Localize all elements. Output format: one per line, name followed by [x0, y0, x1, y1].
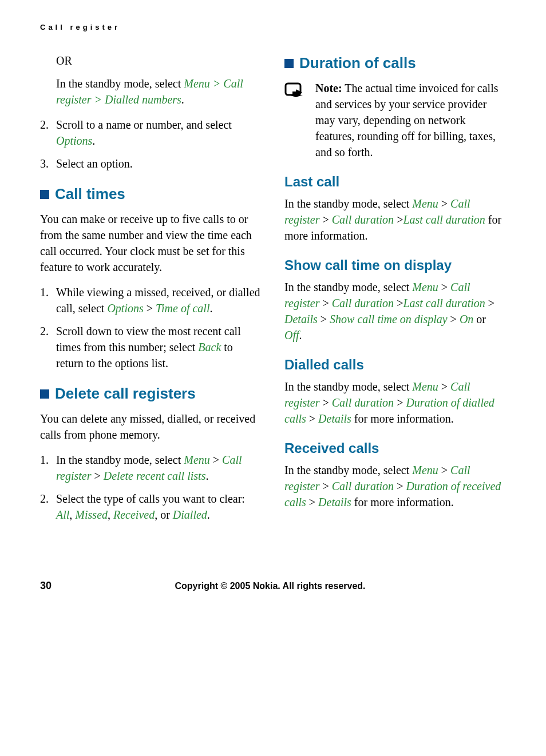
period: . [181, 93, 184, 106]
received-calls-body: In the standby mode, select Menu > Call … [284, 462, 506, 510]
step-number: 3. [40, 156, 56, 172]
right-column: Duration of calls Note: The actual time … [284, 54, 506, 534]
menu-path: Options [56, 134, 92, 147]
step-body: Scroll down to view the most recent call… [56, 323, 262, 371]
heading-text: Delete call registers [55, 385, 196, 403]
step-2: 2. Select the type of calls you want to … [40, 491, 262, 523]
heading-text: Duration of calls [299, 54, 416, 72]
menu-path: Details [284, 313, 318, 325]
menu-path: Details [318, 412, 351, 425]
standby-instruction: In the standby mode, select Menu > Call … [56, 75, 262, 108]
dialled-calls-heading: Dialled calls [284, 357, 506, 373]
show-call-time-body: In the standby mode, select Menu > Call … [284, 279, 506, 343]
note-icon [284, 82, 307, 103]
menu-path: Menu [412, 197, 438, 210]
square-bullet-icon [284, 59, 294, 68]
menu-path: Call duration [332, 213, 394, 226]
call-times-steps: 1. While viewing a missed, received, or … [40, 284, 262, 371]
note-body: The actual time invoiced for calls and s… [315, 82, 498, 158]
text: Select the type of calls you want to cle… [56, 492, 245, 505]
step-number: 2. [40, 323, 56, 371]
menu-path: Delete recent call lists [104, 469, 206, 482]
text: > [394, 396, 406, 409]
dialled-calls-body: In the standby mode, select Menu > Call … [284, 379, 506, 427]
text: In the standby mode, select [284, 197, 412, 210]
period: . [209, 302, 212, 315]
text: > [91, 469, 103, 482]
text: , [108, 508, 113, 521]
text: , [69, 508, 75, 521]
page-content: Call register OR In the standby mode, se… [0, 0, 546, 609]
note-label: Note: [315, 82, 342, 94]
text: for more information. [351, 496, 454, 508]
text: In the standby mode, select [56, 77, 184, 90]
text: , or [155, 508, 173, 521]
period: . [92, 134, 95, 147]
menu-path: Last call duration [403, 213, 485, 226]
menu-path: Menu [412, 380, 438, 393]
menu-path: Call duration [332, 297, 394, 309]
menu-path: Menu [184, 453, 210, 466]
menu-path: Menu [412, 281, 438, 293]
step-body: Select the type of calls you want to cle… [56, 491, 262, 523]
text: > [485, 297, 494, 309]
text: > [210, 453, 222, 466]
menu-path: All [56, 508, 69, 521]
call-times-body: You can make or receive up to five calls… [40, 211, 262, 275]
text: > [394, 297, 403, 309]
step-1: 1. While viewing a missed, received, or … [40, 284, 262, 316]
page-number: 30 [40, 580, 52, 592]
menu-path: Off [284, 329, 299, 341]
last-call-body: In the standby mode, select Menu > Call … [284, 196, 506, 244]
text: > [144, 302, 156, 315]
square-bullet-icon [40, 190, 49, 199]
menu-path: Call duration [332, 396, 394, 409]
text: > [438, 197, 450, 210]
text: > [319, 480, 331, 492]
text: > [394, 213, 403, 226]
step-number: 1. [40, 452, 56, 484]
call-times-heading: Call times [40, 185, 262, 203]
or-text: OR [56, 54, 262, 67]
copyright-text: Copyright © 2005 Nokia. All rights reser… [52, 581, 489, 591]
menu-path: Last call duration [403, 297, 485, 309]
menu-path: Missed [75, 508, 108, 521]
square-bullet-icon [40, 389, 49, 399]
text: > [318, 313, 330, 325]
text: > [306, 412, 318, 425]
text: > [438, 464, 450, 476]
text: > [448, 313, 460, 325]
menu-path: Details [318, 496, 351, 508]
text: Scroll to a name or number, and select [56, 118, 232, 131]
delete-registers-body: You can delete any missed, dialled, or r… [40, 411, 262, 443]
step-2: 2. Scroll to a name or number, and selec… [40, 117, 262, 149]
step-body: While viewing a missed, received, or dia… [56, 284, 262, 316]
text: > [394, 480, 406, 492]
show-call-time-heading: Show call time on display [284, 257, 506, 273]
text: > [319, 396, 331, 409]
text: or [473, 313, 486, 325]
period: . [299, 329, 302, 341]
step-number: 2. [40, 491, 56, 523]
step-2: 2. Scroll down to view the most recent c… [40, 323, 262, 371]
menu-path: Menu [412, 464, 438, 476]
text: > [319, 213, 331, 226]
menu-path: Options [107, 302, 143, 315]
delete-steps: 1. In the standby mode, select Menu > Ca… [40, 452, 262, 523]
delete-registers-heading: Delete call registers [40, 385, 262, 403]
text: for more information. [351, 412, 454, 425]
page-footer: 30 Copyright © 2005 Nokia. All rights re… [40, 580, 506, 592]
menu-path: Dialled [173, 508, 207, 521]
received-calls-heading: Received calls [284, 440, 506, 456]
menu-path: Received [113, 508, 155, 521]
duration-heading: Duration of calls [284, 54, 506, 72]
menu-path: On [460, 313, 473, 325]
text: > [438, 380, 450, 393]
text: In the standby mode, select [56, 453, 184, 466]
menu-path: Time of call [156, 302, 209, 315]
two-column-layout: OR In the standby mode, select Menu > Ca… [40, 54, 506, 534]
note-text: Note: The actual time invoiced for calls… [315, 80, 506, 160]
text: In the standby mode, select [284, 281, 412, 293]
left-column: OR In the standby mode, select Menu > Ca… [40, 54, 262, 534]
heading-text: Call times [55, 185, 125, 203]
